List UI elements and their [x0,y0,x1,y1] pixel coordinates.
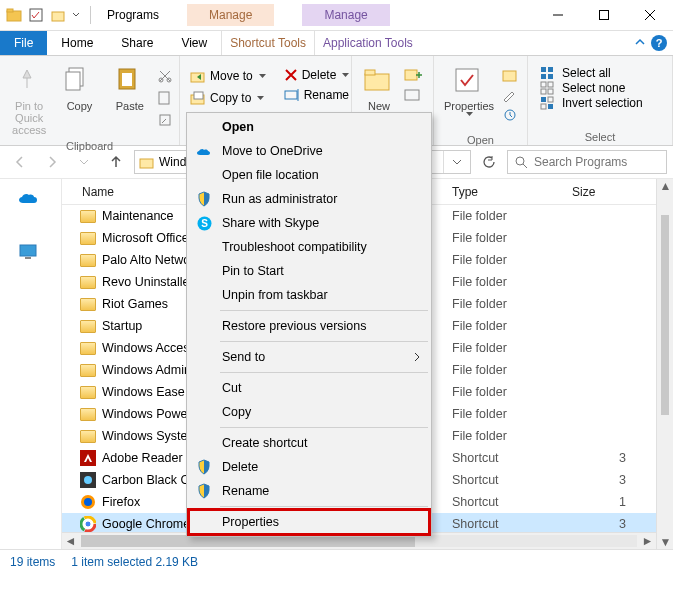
folder-icon [80,340,96,356]
ctx-delete[interactable]: Delete [188,455,430,479]
ctx-properties[interactable]: Properties [188,510,430,534]
column-size[interactable]: Size [572,185,656,199]
svg-rect-5 [600,11,609,20]
new-item-icon[interactable] [404,68,422,82]
select-none-button[interactable]: Select none [540,81,643,95]
copy-button[interactable]: Copy [54,60,104,112]
ctx-move-to-onedrive[interactable]: Move to OneDrive [188,139,430,163]
ctx-restore-previous-versions[interactable]: Restore previous versions [188,314,430,338]
svg-rect-32 [541,82,546,87]
svg-point-41 [516,157,524,165]
svg-rect-23 [405,70,417,80]
ctx-create-shortcut[interactable]: Create shortcut [188,431,430,455]
scroll-v-track[interactable] [657,193,673,535]
search-input[interactable]: Search Programs [507,150,667,174]
help-icon[interactable]: ? [651,35,667,51]
refresh-button[interactable] [475,149,503,175]
easy-access-icon[interactable] [404,88,422,102]
window-title: Programs [101,8,159,22]
group-open-label: Open [434,134,527,148]
thispc-nav-icon[interactable] [18,243,42,267]
shield-icon [196,191,212,207]
properties-button[interactable]: Properties [438,60,500,116]
open-icon[interactable] [502,68,518,82]
svg-rect-37 [548,97,553,102]
folder-icon [80,362,96,378]
svg-rect-35 [548,89,553,94]
svg-rect-40 [140,159,153,168]
column-type[interactable]: Type [452,185,572,199]
copy-path-icon[interactable] [157,90,173,106]
navigation-pane[interactable] [0,179,62,549]
maximize-button[interactable] [581,0,627,30]
onedrive-nav-icon[interactable] [18,191,42,215]
qat-dropdown-icon[interactable] [72,11,80,19]
folder-icon [80,252,96,268]
tab-view[interactable]: View [167,31,221,55]
scroll-right-button[interactable]: ► [639,533,656,549]
svg-rect-18 [194,92,203,99]
svg-rect-30 [541,74,546,79]
minimize-button[interactable] [535,0,581,30]
ctx-send-to[interactable]: Send to [188,345,430,369]
ctx-open[interactable]: Open [188,115,430,139]
up-button[interactable] [102,149,130,175]
ctx-unpin-from-taskbar[interactable]: Unpin from taskbar [188,283,430,307]
copy-to-button[interactable]: Copy to [184,88,272,108]
svg-rect-25 [456,69,478,91]
back-button[interactable] [6,149,34,175]
tab-shortcut-tools[interactable]: Shortcut Tools [221,31,314,55]
invert-selection-button[interactable]: Invert selection [540,96,643,110]
status-count: 19 items [10,555,55,569]
pin-quick-access-button[interactable]: Pin to Quick access [4,60,54,136]
paste-shortcut-icon[interactable] [157,112,173,128]
tab-file[interactable]: File [0,31,47,55]
delete-button[interactable]: Delete [278,66,356,84]
contextual-tab-app[interactable]: Manage [302,4,389,26]
tab-app-tools[interactable]: Application Tools [314,31,421,55]
edit-icon[interactable] [502,88,518,102]
svg-rect-31 [548,74,553,79]
move-to-button[interactable]: Move to [184,66,272,86]
tab-share[interactable]: Share [107,31,167,55]
paste-button[interactable]: Paste [105,60,155,112]
cut-icon[interactable] [157,68,173,84]
ctx-troubleshoot-compatibility[interactable]: Troubleshoot compatibility [188,235,430,259]
ctx-rename[interactable]: Rename [188,479,430,503]
svg-rect-21 [365,74,389,90]
ctx-pin-to-start[interactable]: Pin to Start [188,259,430,283]
contextual-tab-shortcut[interactable]: Manage [187,4,274,26]
ctx-share-with-skype[interactable]: SShare with Skype [188,211,430,235]
close-button[interactable] [627,0,673,30]
svg-rect-11 [122,73,132,86]
qat-new-icon[interactable] [50,7,66,23]
select-all-button[interactable]: Select all [540,66,643,80]
svg-rect-34 [541,89,546,94]
tab-home[interactable]: Home [47,31,107,55]
folder-icon [80,296,96,312]
svg-point-49 [84,498,92,506]
svg-rect-43 [20,245,36,256]
scroll-up-button[interactable]: ▲ [657,179,673,193]
history-icon[interactable] [502,108,518,122]
svg-rect-26 [503,71,516,81]
collapse-ribbon-icon[interactable] [635,38,645,48]
recent-button[interactable] [70,149,98,175]
scroll-down-button[interactable]: ▼ [657,535,673,549]
context-menu: OpenMove to OneDriveOpen file locationRu… [186,112,432,537]
ctx-copy[interactable]: Copy [188,400,430,424]
svg-rect-29 [548,67,553,72]
qat-props-icon[interactable] [28,7,44,23]
svg-rect-22 [365,70,375,75]
svg-rect-33 [548,82,553,87]
svg-rect-9 [66,72,80,90]
rename-button[interactable]: Rename [278,86,356,104]
ctx-run-as-administrator[interactable]: Run as administrator [188,187,430,211]
ctx-open-file-location[interactable]: Open file location [188,163,430,187]
scroll-left-button[interactable]: ◄ [62,533,79,549]
adobe-icon [80,450,96,466]
ctx-cut[interactable]: Cut [188,376,430,400]
forward-button[interactable] [38,149,66,175]
svg-rect-3 [52,12,64,21]
chrome-icon [80,516,96,532]
